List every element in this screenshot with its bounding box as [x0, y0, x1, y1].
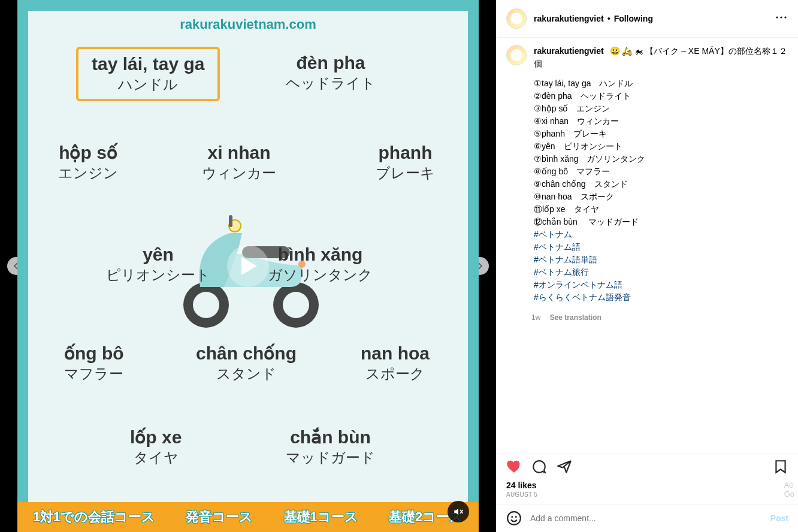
author-username[interactable]: rakurakutiengviet — [534, 14, 604, 23]
emoji-icon[interactable] — [506, 510, 522, 526]
post-date: AUGUST 5 — [497, 490, 798, 504]
comment-icon — [531, 459, 547, 474]
heart-filled-icon — [506, 459, 522, 474]
caption-line: ⑥yên ピリオンシート — [534, 140, 788, 153]
vocab-japanese: エンジン — [58, 164, 118, 183]
comment-button[interactable] — [531, 459, 547, 477]
course-label: 発音コース — [186, 508, 253, 526]
comment-composer: Post — [497, 504, 798, 532]
video-poster[interactable]: rakurakuvietnam.com tay lái, tay gaハンドルđ… — [17, 0, 479, 532]
vocab-item: phanhブレーキ — [376, 143, 435, 183]
vocab-vietnamese: ống bô — [64, 343, 124, 363]
caption-line: ⑪lốp xe タイヤ — [534, 203, 788, 216]
share-icon — [557, 459, 572, 474]
comment-input[interactable] — [530, 513, 770, 523]
vocab-vietnamese: chắn bùn — [286, 427, 375, 447]
see-translation-button[interactable]: See translation — [550, 313, 601, 322]
vocab-japanese: ピリオンシート — [106, 265, 210, 285]
vocab-vietnamese: phanh — [376, 143, 435, 162]
vocab-vietnamese: yên — [106, 244, 210, 264]
play-icon — [240, 256, 258, 276]
like-button[interactable] — [506, 459, 522, 477]
caption-line: ⑧ống bô マフラー — [534, 165, 788, 178]
share-button[interactable] — [557, 459, 572, 477]
hashtag-link[interactable]: #ベトナム語単語 — [534, 253, 788, 266]
vocab-vietnamese: xi nhan — [202, 143, 276, 162]
watermark: AcGo — [784, 480, 794, 498]
vocab-japanese: ハンドル — [92, 75, 204, 94]
caption-line: ①tay lái, tay ga ハンドル — [534, 77, 788, 90]
vocab-item: yênピリオンシート — [106, 244, 210, 285]
caption-line: ⑦bình xăng ガソリンタンク — [534, 153, 788, 165]
vocab-japanese: ブレーキ — [376, 164, 435, 183]
vocab-item: chắn bùnマッドガード — [286, 427, 375, 467]
more-options-button[interactable] — [774, 10, 788, 27]
vocab-item: xi nhanウィンカー — [202, 143, 276, 183]
post-comment-button[interactable]: Post — [770, 513, 788, 523]
vocab-item: tay lái, tay gaハンドル — [76, 47, 220, 101]
vocab-japanese: タイヤ — [130, 448, 182, 467]
vocab-item: ống bôマフラー — [64, 343, 124, 383]
svg-point-11 — [507, 512, 521, 525]
author-avatar[interactable] — [506, 8, 527, 29]
vocab-item: đèn phaヘッドライト — [286, 53, 376, 93]
vocab-vietnamese: chân chống — [196, 343, 297, 363]
svg-point-13 — [515, 516, 517, 518]
vocab-item: lốp xeタイヤ — [130, 427, 182, 467]
svg-point-10 — [784, 16, 786, 18]
ellipsis-icon — [774, 10, 788, 25]
post-header: rakurakutiengviet • Following — [497, 0, 798, 38]
caption-line: ③hộp số エンジン — [534, 102, 788, 115]
vocab-vietnamese: nan hoa — [361, 343, 430, 363]
caption-emoji: 😀 🛵 🏍 — [610, 46, 643, 56]
hashtag-link[interactable]: #らくらくベトナム語発音 — [534, 291, 788, 304]
vocab-japanese: ガソリンタンク — [268, 265, 373, 285]
caption-username[interactable]: rakurakutiengviet — [534, 46, 604, 56]
caption-line: ②đèn pha ヘッドライト — [534, 90, 788, 102]
vocab-vietnamese: tay lái, tay ga — [92, 54, 204, 74]
vocab-japanese: ウィンカー — [202, 164, 276, 183]
svg-point-12 — [511, 516, 513, 518]
vocab-item: bình xăngガソリンタンク — [268, 244, 373, 285]
vocab-japanese: ヘッドライト — [286, 74, 376, 93]
vocab-item: nan hoaスポーク — [361, 343, 430, 383]
vocab-japanese: スタンド — [196, 364, 297, 383]
vocab-item: hộp sốエンジン — [58, 143, 118, 183]
vocab-vietnamese: bình xăng — [268, 244, 373, 264]
speaker-muted-icon — [453, 506, 464, 517]
caption-line: ⑨chân chống スタンド — [534, 178, 788, 191]
svg-point-3 — [283, 292, 309, 318]
vocab-vietnamese: lốp xe — [130, 427, 182, 447]
course-label: 基礎1コース — [284, 508, 358, 526]
media-stage: rakurakuvietnam.com tay lái, tay gaハンドルđ… — [0, 0, 496, 532]
hashtag-link[interactable]: #オンラインベトナム語 — [534, 279, 788, 291]
vocab-japanese: マフラー — [64, 364, 124, 383]
svg-point-9 — [780, 16, 782, 18]
hashtag-link[interactable]: #ベトナム語 — [534, 241, 788, 253]
play-button[interactable] — [227, 245, 269, 287]
svg-point-1 — [193, 292, 219, 318]
course-label: 1対1での会話コース — [33, 508, 155, 526]
save-button[interactable] — [773, 459, 788, 477]
site-url: rakurakuvietnam.com — [28, 11, 468, 32]
svg-rect-6 — [229, 215, 232, 227]
hashtag-link[interactable]: #ベトナム旅行 — [534, 266, 788, 279]
mute-button[interactable] — [448, 501, 469, 522]
svg-point-8 — [776, 16, 778, 18]
vocab-japanese: マッドガード — [286, 448, 375, 467]
course-strip: 1対1での会話コース発音コース基礎1コース基礎2コース — [17, 502, 479, 532]
caption: rakurakutiengviet 😀 🛵 🏍 【バイク – XE MÁY】の部… — [497, 38, 798, 306]
caption-line: ⑤phanh ブレーキ — [534, 128, 788, 140]
follow-state-button[interactable]: Following — [614, 14, 653, 23]
vocab-vietnamese: hộp số — [58, 143, 118, 162]
caption-avatar[interactable] — [506, 45, 527, 65]
bookmark-icon — [773, 459, 788, 474]
caption-line: ④xi nhan ウィンカー — [534, 115, 788, 128]
hashtag-link[interactable]: #ベトナム — [534, 228, 788, 241]
separator-dot: • — [607, 14, 610, 23]
action-bar — [497, 454, 798, 480]
likes-count[interactable]: 24 likes — [497, 480, 798, 490]
post-details-panel: rakurakutiengviet • Following rakurakuti… — [496, 0, 798, 532]
vocab-item: chân chốngスタンド — [196, 343, 297, 383]
caption-line: ⑫chắn bùn マッドガード — [534, 216, 788, 228]
